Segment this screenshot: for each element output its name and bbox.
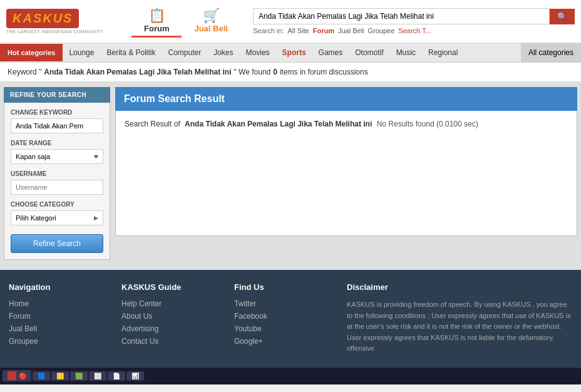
sidebar-body: CHANGE KEYWORD DATE RANGE Kapan saja Har… — [4, 103, 110, 260]
footer-disclaimer: Disclaimer KASKUS is providing freedom o… — [347, 282, 572, 354]
username-label: USERNAME — [11, 170, 103, 177]
taskbar: 🔴 🟦 🟨 🟩 ⬜ 📄 📊 — [0, 367, 581, 384]
taskbar-item-3[interactable]: 🟨 — [51, 371, 69, 381]
footer-twitter[interactable]: Twitter — [234, 299, 322, 308]
cat-item-music[interactable]: Music — [390, 43, 422, 62]
cat-item-computer[interactable]: Computer — [162, 43, 208, 62]
category-value: Pilih Kategori — [16, 214, 56, 222]
date-range-select[interactable]: Kapan saja Hari ini Minggu ini Bulan ini — [11, 149, 103, 164]
logo[interactable]: KASKUS — [6, 9, 79, 28]
cat-item-jokes[interactable]: Jokes — [207, 43, 239, 62]
taskbar-label-1: 🔴 — [19, 373, 26, 379]
keyword-input[interactable] — [11, 118, 103, 133]
footer: Navigation Home Forum Jual Beli Groupee … — [0, 270, 581, 367]
change-keyword-label: CHANGE KEYWORD — [11, 109, 103, 116]
forum-nav-item[interactable]: 📋 Forum — [131, 5, 182, 38]
category-bar: Hot categories Lounge Berita & Politik C… — [0, 43, 581, 63]
search-button[interactable]: 🔍 — [550, 9, 575, 24]
date-range-wrapper: Kapan saja Hari ini Minggu ini Bulan ini… — [11, 149, 103, 164]
jual-beli-link[interactable]: Jual Beli — [338, 27, 364, 34]
footer-nav-forum[interactable]: Forum — [9, 312, 96, 321]
search-options: Search in: All Site Forum Jual Beli Grou… — [253, 27, 575, 34]
logo-area: KASKUS THE LARGEST INDONESIAN COMMUNITY — [6, 9, 125, 34]
header: KASKUS THE LARGEST INDONESIAN COMMUNITY … — [0, 0, 581, 43]
footer-nav-home[interactable]: Home — [9, 299, 96, 308]
content-area: Forum Search Result Search Result of And… — [115, 87, 577, 265]
footer-contact-us[interactable]: Contact Us — [121, 337, 209, 346]
choose-category-label: CHOOSE CATEGORY — [11, 201, 103, 208]
taskbar-item-5[interactable]: ⬜ — [89, 371, 106, 381]
keyword-bold: Anda Tidak Akan Pemalas Lagi Jika Telah … — [44, 68, 231, 76]
search-in-label: Search in: — [253, 27, 284, 34]
jual-beli-nav-item[interactable]: 🛒 Jual Beli — [182, 5, 240, 38]
taskbar-item-2[interactable]: 🟦 — [33, 371, 50, 381]
refine-header: REFINE YOUR SEARCH — [4, 87, 110, 103]
logo-sub: THE LARGEST INDONESIAN COMMUNITY — [6, 29, 125, 34]
groupee-link[interactable]: Groupee — [368, 27, 395, 34]
result-keyword: Anda Tidak Akan Pemalas Lagi Jika Telah … — [185, 120, 372, 128]
category-arrow-icon: ▶ — [94, 215, 98, 221]
footer-about-us[interactable]: About Us — [121, 312, 209, 321]
taskbar-icon-6: 📄 — [113, 373, 120, 379]
username-input[interactable] — [11, 180, 103, 195]
result-prefix: Search Result of — [125, 120, 180, 128]
all-categories-button[interactable]: All categories — [521, 43, 581, 62]
taskbar-icon-7: 📊 — [131, 373, 139, 379]
taskbar-icon-3: 🟨 — [56, 373, 64, 379]
cat-item-movies[interactable]: Movies — [240, 43, 276, 62]
cat-item-lounge[interactable]: Lounge — [63, 43, 100, 62]
nav-icons: 📋 Forum 🛒 Jual Beli — [131, 5, 240, 38]
sidebar: REFINE YOUR SEARCH CHANGE KEYWORD DATE R… — [4, 87, 110, 265]
footer-nav-jual-beli[interactable]: Jual Beli — [9, 324, 96, 333]
jual-beli-label: Jual Beli — [194, 24, 227, 33]
taskbar-icon-1 — [8, 371, 16, 380]
all-site-link[interactable]: All Site — [287, 27, 309, 34]
taskbar-item-1[interactable]: 🔴 — [3, 370, 31, 381]
refine-search-button[interactable]: Refine Search — [11, 234, 103, 253]
forum-link[interactable]: Forum — [313, 27, 334, 34]
footer-kaskus-guide: KASKUS Guide Help Center About Us Advert… — [121, 282, 209, 354]
result-body: Search Result of Anda Tidak Akan Pemalas… — [115, 111, 577, 236]
footer-help-center[interactable]: Help Center — [121, 299, 209, 308]
footer-google-plus[interactable]: Google+ — [234, 337, 322, 346]
cat-item-regional[interactable]: Regional — [422, 43, 464, 62]
taskbar-item-7[interactable]: 📊 — [126, 371, 144, 381]
hot-categories-button[interactable]: Hot categories — [0, 44, 63, 61]
cat-item-otomotif[interactable]: Otomotif — [349, 43, 389, 62]
footer-advertising[interactable]: Advertising — [121, 324, 209, 333]
date-range-label: DATE RANGE — [11, 140, 103, 147]
search-input[interactable] — [253, 8, 550, 24]
search-tab: Search T... — [398, 27, 431, 34]
footer-nav-title: Navigation — [9, 282, 96, 292]
forum-icon: 📋 — [148, 8, 165, 23]
keyword-suffix2: items in forum discussions — [280, 68, 368, 76]
footer-nav-groupee[interactable]: Groupee — [9, 337, 96, 346]
search-area: 🔍 Search in: All Site Forum Jual Beli Gr… — [253, 8, 575, 34]
taskbar-icon-4: 🟩 — [75, 373, 83, 379]
result-count: 0 — [273, 68, 277, 76]
footer-guide-title: KASKUS Guide — [121, 282, 209, 292]
keyword-suffix: " We found — [234, 68, 271, 76]
category-list: Lounge Berita & Politik Computer Jokes M… — [63, 43, 521, 62]
search-result-line: Search Result of Anda Tidak Akan Pemalas… — [125, 120, 568, 128]
category-select[interactable]: Pilih Kategori ▶ — [11, 210, 103, 225]
keyword-prefix: Keyword " — [8, 68, 41, 76]
cat-item-games[interactable]: Games — [312, 43, 349, 62]
category-select-wrapper: Pilih Kategori ▶ — [11, 210, 103, 225]
disclaimer-text: KASKUS is providing freedom of speech. B… — [347, 299, 572, 354]
result-header: Forum Search Result — [115, 87, 577, 111]
keyword-result-bar: Keyword "Anda Tidak Akan Pemalas Lagi Ji… — [0, 63, 581, 82]
taskbar-icon-5: ⬜ — [94, 373, 101, 379]
main-layout: REFINE YOUR SEARCH CHANGE KEYWORD DATE R… — [0, 82, 581, 270]
footer-youtube[interactable]: Youtube — [234, 324, 322, 333]
footer-find-us: Find Us Twitter Facebook Youtube Google+ — [234, 282, 322, 354]
cat-item-sports[interactable]: Sports — [276, 43, 312, 62]
footer-navigation: Navigation Home Forum Jual Beli Groupee — [9, 282, 96, 354]
jual-beli-icon: 🛒 — [203, 8, 220, 23]
footer-disclaimer-title: Disclaimer — [347, 282, 572, 292]
taskbar-item-6[interactable]: 📄 — [108, 371, 125, 381]
footer-facebook[interactable]: Facebook — [234, 312, 322, 321]
taskbar-item-4[interactable]: 🟩 — [70, 371, 88, 381]
cat-item-berita[interactable]: Berita & Politik — [100, 43, 162, 62]
footer-find-title: Find Us — [234, 282, 322, 292]
